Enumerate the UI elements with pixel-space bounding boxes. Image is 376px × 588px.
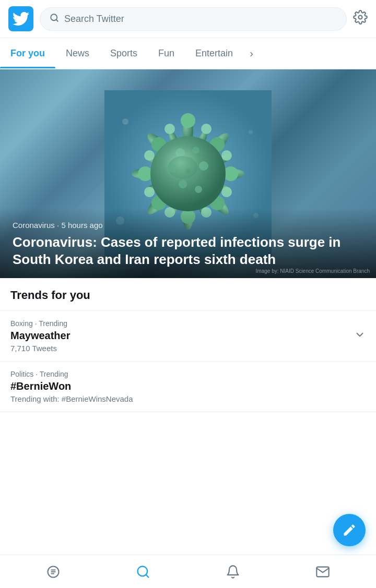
svg-point-44 [199,161,208,171]
trends-title: Trends for you [10,289,366,302]
compose-fab[interactable] [333,514,366,546]
svg-point-37 [144,150,155,161]
gear-icon [353,10,368,25]
svg-point-42 [192,147,199,154]
svg-point-35 [144,187,155,197]
nav-search[interactable] [125,559,161,584]
svg-point-9 [181,113,195,128]
bottom-navigation [0,555,376,588]
tab-for-you[interactable]: For you [0,39,55,68]
trend-item-mayweather[interactable]: Boxing · Trending Mayweather 7,710 Tweet… [0,311,376,362]
svg-point-5 [249,130,253,134]
tab-news[interactable]: News [55,39,100,68]
search-icon [50,13,59,25]
home-icon [46,565,61,579]
trend-count-1: 7,710 Tweets [10,344,366,353]
tabs-more-arrow[interactable]: › [243,38,260,69]
svg-point-27 [221,150,232,161]
search-bar[interactable]: Search Twitter [40,7,347,31]
search-placeholder-text: Search Twitter [64,14,124,25]
svg-point-25 [201,124,212,134]
svg-point-45 [179,180,187,188]
hero-news-card[interactable]: Coronavirus · 5 hours ago Coronavirus: C… [0,69,376,278]
trends-section: Trends for you Boxing · Trending Mayweat… [0,278,376,412]
twitter-logo [8,6,33,31]
header: Search Twitter [0,0,376,38]
hero-time: 5 hours ago [61,221,102,230]
trend-chevron-1[interactable] [354,329,366,343]
compose-icon [342,523,357,537]
mail-icon [315,565,330,579]
nav-home[interactable] [36,559,71,584]
trends-header: Trends for you [0,278,376,311]
bell-icon [226,565,240,579]
svg-point-4 [122,118,128,125]
svg-point-29 [221,187,232,197]
trend-item-berniewon[interactable]: Politics · Trending #BernieWon Trending … [0,362,376,412]
search-nav-icon [136,565,150,579]
nav-messages[interactable] [305,559,340,584]
svg-point-13 [224,166,238,181]
tabs-bar: For you News Sports Fun Entertain › [0,38,376,69]
svg-point-2 [359,15,362,19]
trend-name-2: #BernieWon [10,380,366,392]
hero-category: Coronavirus [13,221,55,230]
svg-line-51 [146,574,148,577]
trend-name-1: Mayweather [10,330,366,342]
trend-count-2: Trending with: #BernieWinsNevada [10,394,366,403]
tab-entertainment[interactable]: Entertain [185,39,243,68]
trend-meta-1: Boxing · Trending [10,319,366,328]
svg-point-21 [138,166,152,181]
svg-point-46 [195,186,202,193]
settings-button[interactable] [353,10,368,28]
svg-line-1 [56,19,57,21]
hero-overlay: Coronavirus · 5 hours ago Coronavirus: C… [0,208,376,278]
chevron-down-icon [354,329,366,341]
tab-fun[interactable]: Fun [148,39,185,68]
trend-meta-2: Politics · Trending [10,370,366,378]
hero-meta: Coronavirus · 5 hours ago [13,221,363,230]
nav-notifications[interactable] [215,559,251,584]
svg-point-48 [168,156,197,179]
svg-point-39 [164,124,175,134]
hero-title: Coronavirus: Cases of reported infection… [13,234,363,268]
hero-credit-text: Image by: NIAID Science Communication Br… [256,268,370,274]
tab-sports[interactable]: Sports [100,39,148,68]
twitter-bird-icon [13,10,29,27]
